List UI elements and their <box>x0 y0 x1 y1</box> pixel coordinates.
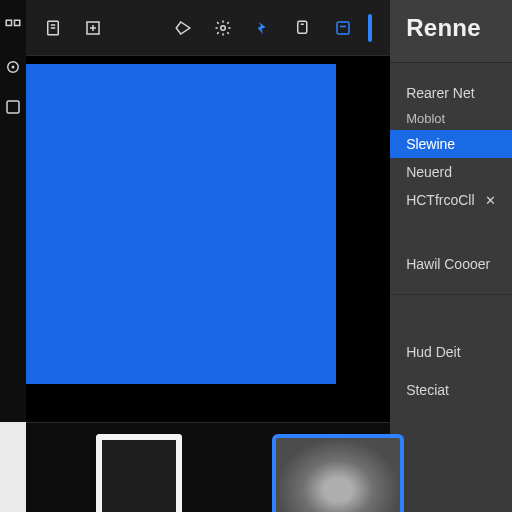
menu-item-label: Steciat <box>406 382 449 398</box>
menu-item-neuerd[interactable]: Neuerd <box>390 158 512 186</box>
svg-rect-1 <box>15 20 20 25</box>
menu-separator <box>390 294 512 322</box>
menu-separator <box>390 366 512 376</box>
panel-title: Renne <box>406 14 496 42</box>
menu-separator <box>390 224 512 234</box>
menu-item-label: Neuerd <box>406 164 452 180</box>
menu-item-hctfrcocll[interactable]: HCTfrcoCll ✕ <box>390 186 512 214</box>
panel-body: Rearer Net Moblot Slewine Neuerd HCTfrco… <box>390 63 512 512</box>
cursor-icon[interactable] <box>4 58 22 76</box>
top-toolbar <box>26 0 390 56</box>
gear-icon[interactable] <box>214 19 232 37</box>
home-icon[interactable] <box>4 18 22 36</box>
menu-item-hawil-coooer[interactable]: Hawil Coooer <box>390 250 512 278</box>
render-icon[interactable] <box>334 19 352 37</box>
menu-item-label: Hud Deit <box>406 344 460 360</box>
canvas-preview[interactable] <box>26 64 336 384</box>
menu-item-label: HCTfrcoCll <box>406 192 474 208</box>
files-icon[interactable] <box>44 19 62 37</box>
menu-item-rearer-net[interactable]: Rearer Net <box>390 79 512 107</box>
menu-group: Rearer Net Moblot Slewine Neuerd HCTfrco… <box>390 63 512 224</box>
panel-header: Renne <box>390 0 512 63</box>
svg-rect-8 <box>298 21 307 33</box>
thumbnail-selected[interactable] <box>272 434 404 512</box>
svg-rect-0 <box>6 20 11 25</box>
render-indicator <box>368 14 372 42</box>
main-area <box>26 0 390 512</box>
export-icon[interactable] <box>84 19 102 37</box>
menu-group: Hawil Coooer <box>390 234 512 288</box>
menu-item-label: Slewine <box>406 136 455 152</box>
thumbnail[interactable] <box>96 434 182 512</box>
thumbnail-bar <box>26 422 390 512</box>
edit-icon[interactable] <box>4 98 22 116</box>
svg-rect-9 <box>337 22 349 34</box>
close-icon[interactable]: ✕ <box>485 193 496 208</box>
svg-point-3 <box>12 66 15 69</box>
properties-panel: Renne Rearer Net Moblot Slewine Neuerd H… <box>390 0 512 512</box>
menu-item-label: Rearer Net <box>406 85 474 101</box>
left-tool-strip <box>0 0 26 512</box>
menu-item-steciat[interactable]: Steciat <box>390 376 512 404</box>
app-root: Renne Rearer Net Moblot Slewine Neuerd H… <box>0 0 512 512</box>
menu-item-label: Moblot <box>406 111 445 126</box>
menu-item-moblot[interactable]: Moblot <box>390 107 512 130</box>
svg-rect-4 <box>7 101 19 113</box>
menu-item-hud-deit[interactable]: Hud Deit <box>390 338 512 366</box>
svg-point-7 <box>221 25 226 30</box>
layers-icon[interactable] <box>294 19 312 37</box>
menu-group: Hud Deit Steciat <box>390 322 512 414</box>
menu-item-label: Hawil Coooer <box>406 256 490 272</box>
tag-icon[interactable] <box>174 19 192 37</box>
menu-item-slewine[interactable]: Slewine <box>390 130 512 158</box>
fx-icon[interactable] <box>254 19 272 37</box>
